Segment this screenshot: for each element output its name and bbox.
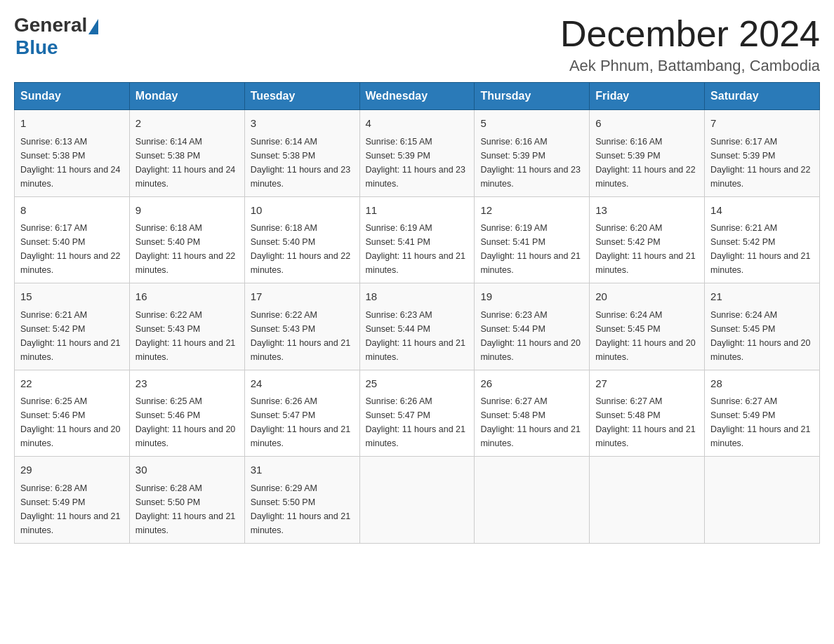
calendar-day-cell: 27 Sunrise: 6:27 AMSunset: 5:48 PMDaylig… [590,370,705,457]
day-info: Sunrise: 6:14 AMSunset: 5:38 PMDaylight:… [135,137,235,189]
calendar-day-cell [705,457,820,544]
calendar-day-cell: 4 Sunrise: 6:15 AMSunset: 5:39 PMDayligh… [359,110,475,197]
day-info: Sunrise: 6:16 AMSunset: 5:39 PMDaylight:… [480,137,580,189]
day-number: 2 [135,116,239,132]
day-number: 19 [480,289,583,305]
day-number: 5 [480,116,583,132]
day-number: 14 [710,203,814,219]
weekday-header-monday: Monday [129,83,244,110]
calendar-day-cell: 20 Sunrise: 6:24 AMSunset: 5:45 PMDaylig… [590,283,705,370]
calendar-day-cell: 28 Sunrise: 6:27 AMSunset: 5:49 PMDaylig… [705,370,820,457]
day-number: 9 [135,203,239,219]
calendar-week-row: 22 Sunrise: 6:25 AMSunset: 5:46 PMDaylig… [15,370,820,457]
calendar-day-cell: 31 Sunrise: 6:29 AMSunset: 5:50 PMDaylig… [244,457,359,544]
weekday-header-wednesday: Wednesday [359,83,475,110]
day-info: Sunrise: 6:26 AMSunset: 5:47 PMDaylight:… [251,396,350,448]
calendar-day-cell: 14 Sunrise: 6:21 AMSunset: 5:42 PMDaylig… [705,196,820,283]
day-info: Sunrise: 6:18 AMSunset: 5:40 PMDaylight:… [251,223,350,275]
calendar-day-cell: 24 Sunrise: 6:26 AMSunset: 5:47 PMDaylig… [244,370,359,457]
day-number: 13 [595,203,699,219]
calendar-day-cell: 19 Sunrise: 6:23 AMSunset: 5:44 PMDaylig… [475,283,590,370]
day-number: 10 [251,203,354,219]
day-info: Sunrise: 6:29 AMSunset: 5:50 PMDaylight:… [251,483,350,535]
page-header: General Blue December 2024 Aek Phnum, Ba… [14,14,820,75]
weekday-header-row: SundayMondayTuesdayWednesdayThursdayFrid… [15,83,820,110]
calendar-day-cell: 8 Sunrise: 6:17 AMSunset: 5:40 PMDayligh… [15,196,130,283]
calendar-day-cell: 1 Sunrise: 6:13 AMSunset: 5:38 PMDayligh… [15,110,130,197]
calendar-day-cell: 10 Sunrise: 6:18 AMSunset: 5:40 PMDaylig… [244,196,359,283]
logo-arrow-icon [88,19,98,34]
calendar-week-row: 1 Sunrise: 6:13 AMSunset: 5:38 PMDayligh… [15,110,820,197]
day-info: Sunrise: 6:21 AMSunset: 5:42 PMDaylight:… [20,310,120,362]
logo-general-text: General [14,14,87,36]
calendar-week-row: 15 Sunrise: 6:21 AMSunset: 5:42 PMDaylig… [15,283,820,370]
day-number: 27 [595,376,699,392]
day-number: 23 [135,376,239,392]
day-info: Sunrise: 6:14 AMSunset: 5:38 PMDaylight:… [251,137,350,189]
day-info: Sunrise: 6:20 AMSunset: 5:42 PMDaylight:… [595,223,695,275]
day-number: 30 [135,462,239,478]
calendar-day-cell: 11 Sunrise: 6:19 AMSunset: 5:41 PMDaylig… [359,196,475,283]
day-number: 15 [20,289,124,305]
calendar-day-cell: 29 Sunrise: 6:28 AMSunset: 5:49 PMDaylig… [15,457,130,544]
day-number: 20 [595,289,699,305]
calendar-day-cell: 7 Sunrise: 6:17 AMSunset: 5:39 PMDayligh… [705,110,820,197]
calendar-day-cell: 26 Sunrise: 6:27 AMSunset: 5:48 PMDaylig… [475,370,590,457]
calendar-day-cell: 25 Sunrise: 6:26 AMSunset: 5:47 PMDaylig… [359,370,475,457]
day-info: Sunrise: 6:27 AMSunset: 5:48 PMDaylight:… [595,396,695,448]
day-number: 25 [366,376,469,392]
day-number: 18 [366,289,469,305]
weekday-header-thursday: Thursday [475,83,590,110]
day-info: Sunrise: 6:17 AMSunset: 5:40 PMDaylight:… [20,223,120,275]
day-number: 11 [366,203,469,219]
day-info: Sunrise: 6:24 AMSunset: 5:45 PMDaylight:… [595,310,695,362]
day-info: Sunrise: 6:15 AMSunset: 5:39 PMDaylight:… [366,137,465,189]
day-info: Sunrise: 6:25 AMSunset: 5:46 PMDaylight:… [135,396,235,448]
logo-blue-text: Blue [15,36,58,59]
calendar-day-cell: 21 Sunrise: 6:24 AMSunset: 5:45 PMDaylig… [705,283,820,370]
day-number: 26 [480,376,583,392]
day-number: 29 [20,462,124,478]
day-number: 17 [251,289,354,305]
calendar-day-cell: 3 Sunrise: 6:14 AMSunset: 5:38 PMDayligh… [244,110,359,197]
calendar-day-cell [590,457,705,544]
day-info: Sunrise: 6:16 AMSunset: 5:39 PMDaylight:… [595,137,695,189]
weekday-header-tuesday: Tuesday [244,83,359,110]
calendar-day-cell: 13 Sunrise: 6:20 AMSunset: 5:42 PMDaylig… [590,196,705,283]
day-number: 31 [251,462,354,478]
logo: General Blue [14,14,98,59]
day-info: Sunrise: 6:27 AMSunset: 5:49 PMDaylight:… [710,396,810,448]
day-info: Sunrise: 6:23 AMSunset: 5:44 PMDaylight:… [480,310,580,362]
day-info: Sunrise: 6:28 AMSunset: 5:49 PMDaylight:… [20,483,120,535]
day-number: 12 [480,203,583,219]
day-number: 28 [710,376,814,392]
calendar-day-cell: 9 Sunrise: 6:18 AMSunset: 5:40 PMDayligh… [129,196,244,283]
day-info: Sunrise: 6:17 AMSunset: 5:39 PMDaylight:… [710,137,810,189]
day-info: Sunrise: 6:22 AMSunset: 5:43 PMDaylight:… [251,310,350,362]
location-title: Aek Phnum, Battambang, Cambodia [560,57,820,75]
day-number: 3 [251,116,354,132]
day-info: Sunrise: 6:13 AMSunset: 5:38 PMDaylight:… [20,137,120,189]
calendar-day-cell [475,457,590,544]
day-info: Sunrise: 6:26 AMSunset: 5:47 PMDaylight:… [366,396,465,448]
day-number: 4 [366,116,469,132]
calendar-day-cell: 2 Sunrise: 6:14 AMSunset: 5:38 PMDayligh… [129,110,244,197]
day-info: Sunrise: 6:18 AMSunset: 5:40 PMDaylight:… [135,223,235,275]
day-info: Sunrise: 6:19 AMSunset: 5:41 PMDaylight:… [480,223,580,275]
title-section: December 2024 Aek Phnum, Battambang, Cam… [560,14,820,75]
day-info: Sunrise: 6:19 AMSunset: 5:41 PMDaylight:… [366,223,465,275]
calendar-table: SundayMondayTuesdayWednesdayThursdayFrid… [14,82,820,544]
day-info: Sunrise: 6:28 AMSunset: 5:50 PMDaylight:… [135,483,235,535]
calendar-week-row: 8 Sunrise: 6:17 AMSunset: 5:40 PMDayligh… [15,196,820,283]
day-info: Sunrise: 6:24 AMSunset: 5:45 PMDaylight:… [710,310,810,362]
weekday-header-sunday: Sunday [15,83,130,110]
day-info: Sunrise: 6:22 AMSunset: 5:43 PMDaylight:… [135,310,235,362]
calendar-day-cell: 12 Sunrise: 6:19 AMSunset: 5:41 PMDaylig… [475,196,590,283]
day-info: Sunrise: 6:27 AMSunset: 5:48 PMDaylight:… [480,396,580,448]
day-number: 1 [20,116,124,132]
day-info: Sunrise: 6:23 AMSunset: 5:44 PMDaylight:… [366,310,465,362]
day-number: 21 [710,289,814,305]
calendar-day-cell: 16 Sunrise: 6:22 AMSunset: 5:43 PMDaylig… [129,283,244,370]
weekday-header-friday: Friday [590,83,705,110]
day-number: 24 [251,376,354,392]
